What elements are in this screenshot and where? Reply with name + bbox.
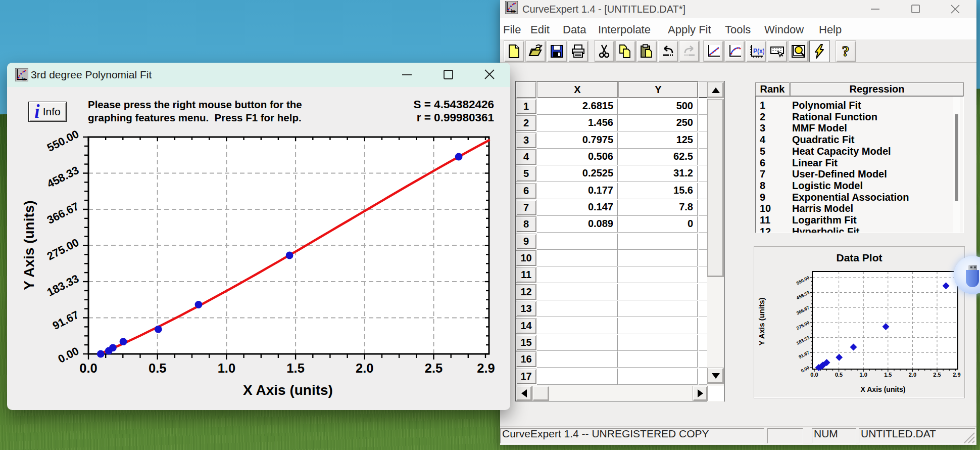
svg-text:P(x): P(x)	[753, 48, 764, 55]
svg-text:0.0: 0.0	[79, 361, 97, 375]
svg-text:1.5: 1.5	[286, 361, 304, 375]
svg-text:2.5: 2.5	[933, 372, 941, 378]
svg-text:183.33: 183.33	[796, 335, 810, 346]
svg-text:275.00: 275.00	[796, 320, 810, 331]
svg-text:550.00: 550.00	[796, 275, 810, 286]
svg-text:2.5: 2.5	[425, 361, 443, 375]
svg-text:0.5: 0.5	[835, 372, 843, 378]
svg-text:366.67: 366.67	[45, 200, 81, 227]
svg-text:0.5: 0.5	[149, 361, 166, 375]
svg-text:X Axis (units): X Axis (units)	[243, 382, 333, 398]
svg-text:Y Axis (units): Y Axis (units)	[21, 200, 37, 290]
svg-text:91.67: 91.67	[798, 350, 810, 359]
svg-text:1.0: 1.0	[860, 372, 867, 378]
svg-text:1.5: 1.5	[884, 372, 892, 378]
svg-text:0.00: 0.00	[56, 344, 81, 366]
svg-text:0.00: 0.00	[800, 365, 810, 374]
svg-text:183.33: 183.33	[45, 272, 81, 299]
svg-text:1.0: 1.0	[218, 361, 235, 375]
svg-text:2.0: 2.0	[356, 361, 373, 375]
svg-text:ks: ks	[511, 9, 516, 14]
svg-text:2.9: 2.9	[953, 372, 960, 378]
svg-text:366.67: 366.67	[796, 305, 810, 316]
svg-text:?: ?	[842, 43, 850, 59]
svg-text:458.33: 458.33	[45, 164, 81, 191]
svg-text:Y Axis (units): Y Axis (units)	[757, 297, 766, 345]
svg-text:0.0: 0.0	[810, 372, 818, 378]
svg-text:X Axis (units): X Axis (units)	[861, 385, 906, 393]
svg-text:2.9: 2.9	[477, 361, 495, 375]
svg-text:275.00: 275.00	[45, 236, 81, 263]
svg-text:2.0: 2.0	[909, 372, 916, 378]
svg-text:550.00: 550.00	[45, 127, 81, 154]
svg-text:91.67: 91.67	[51, 308, 81, 332]
svg-text:458.33: 458.33	[796, 290, 810, 300]
